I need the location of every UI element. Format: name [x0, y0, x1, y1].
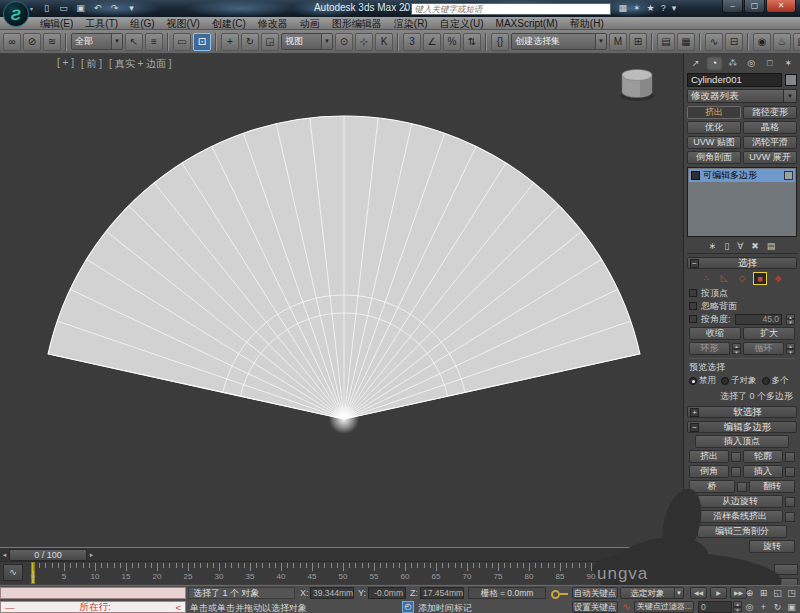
- zoom-extents-icon[interactable]: ◱: [771, 587, 784, 600]
- go-to-start-button[interactable]: ◀◀: [690, 587, 707, 599]
- maxscript-listener-line[interactable]: — 所在行: <: [0, 601, 186, 613]
- ring-spinner[interactable]: ▲▼: [732, 343, 741, 354]
- chevron-down-icon[interactable]: ▼: [111, 34, 122, 49]
- loop-button[interactable]: 循环: [743, 342, 784, 355]
- material-editor-icon[interactable]: ◉: [753, 33, 771, 51]
- time-slider-track[interactable]: ◂ 0 / 100 ▸: [0, 548, 683, 562]
- preview-multiple-radio[interactable]: 多个: [762, 375, 789, 387]
- create-tab[interactable]: ↗: [687, 56, 705, 71]
- object-name-field[interactable]: Cylinder001: [687, 73, 782, 87]
- curve-editor-icon[interactable]: ∿: [705, 33, 723, 51]
- collapse-icon[interactable]: −: [690, 423, 699, 432]
- time-slider-forward-icon[interactable]: ▸: [87, 551, 96, 559]
- select-and-manipulate-icon[interactable]: ⊹: [355, 33, 373, 51]
- 3dsmax-logo[interactable]: Ƨ: [3, 1, 29, 27]
- select-by-name-icon[interactable]: ≡: [145, 33, 163, 51]
- spinner-snap-icon[interactable]: ⇅: [463, 33, 481, 51]
- polygon-subobject-icon[interactable]: ■: [753, 272, 767, 285]
- by-vertex-checkbox[interactable]: [689, 289, 697, 297]
- modifier-path-deform-button[interactable]: 路径变形: [743, 106, 797, 119]
- by-angle-spinner[interactable]: ▲▼: [786, 314, 795, 325]
- y-coord-field[interactable]: -0.0mm: [368, 587, 406, 599]
- select-and-scale-icon[interactable]: ◲: [261, 33, 279, 51]
- modifier-list-dropdown[interactable]: 修改器列表 ▼: [687, 89, 797, 103]
- save-file-icon[interactable]: ▣: [74, 1, 87, 15]
- element-subobject-icon[interactable]: ◆: [771, 272, 785, 285]
- key-filters-button[interactable]: 关键点过滤器...: [634, 601, 694, 613]
- edit-named-selections-icon[interactable]: {}: [491, 33, 509, 51]
- application-menu-arrow-icon[interactable]: ▾: [30, 5, 33, 12]
- communication-center-icon[interactable]: ✶: [633, 2, 641, 15]
- mini-curve-editor-icon[interactable]: ∿: [3, 564, 23, 581]
- frame-spinner[interactable]: ▲▼: [733, 601, 742, 612]
- rectangular-selection-icon[interactable]: ▭: [173, 33, 191, 51]
- soft-selection-rollout-header[interactable]: + 软选择: [687, 406, 797, 418]
- select-and-move-icon[interactable]: +: [221, 33, 239, 51]
- viewport-shading-menu[interactable]: 真实 + 边面: [109, 57, 172, 71]
- modifier-uvw-unwrap-button[interactable]: UVW 展开: [743, 151, 797, 164]
- loop-spinner[interactable]: ▲▼: [786, 343, 795, 354]
- expand-icon[interactable]: +: [690, 408, 699, 417]
- x-coord-field[interactable]: 39.344mm: [310, 587, 354, 599]
- modifier-bevel-profile-button[interactable]: 倒角剖面: [687, 151, 741, 164]
- zoom-icon[interactable]: ⊕: [743, 587, 756, 600]
- redo-icon[interactable]: ↷: [108, 1, 121, 15]
- hinge-from-edge-button[interactable]: 从边旋转: [697, 495, 783, 508]
- favorites-icon[interactable]: ★: [647, 2, 655, 15]
- collapse-icon[interactable]: −: [690, 259, 699, 268]
- vertex-subobject-icon[interactable]: ∴: [699, 272, 713, 285]
- modifier-optimize-button[interactable]: 优化: [687, 121, 741, 134]
- fan-object[interactable]: [0, 54, 683, 548]
- modifier-turbosmooth-button[interactable]: 涡轮平滑: [743, 136, 797, 149]
- use-pivot-center-icon[interactable]: ⊙: [335, 33, 353, 51]
- shrink-button[interactable]: 收缩: [689, 327, 741, 340]
- reference-coordinate-dropdown[interactable]: 视图▼: [281, 33, 333, 50]
- menu-views[interactable]: 视图(V): [161, 17, 206, 30]
- inset-settings-icon[interactable]: [785, 467, 795, 477]
- chevron-down-icon[interactable]: ▼: [674, 588, 683, 598]
- configure-modifier-sets-icon[interactable]: ▤: [767, 241, 776, 251]
- undo-icon[interactable]: ↶: [91, 1, 104, 15]
- graphite-ribbon-icon[interactable]: ▦: [677, 33, 695, 51]
- pin-stack-icon[interactable]: ∗: [709, 241, 717, 251]
- time-slider-handle[interactable]: 0 / 100: [9, 549, 87, 561]
- time-slider-back-icon[interactable]: ◂: [0, 551, 9, 559]
- maxscript-listener-pink-row[interactable]: [0, 587, 186, 599]
- z-coord-field[interactable]: 17.454mm: [420, 587, 464, 599]
- set-key-button[interactable]: 设置关键点: [572, 601, 618, 613]
- chevron-down-icon[interactable]: ▼: [783, 90, 796, 102]
- qat-customize-arrow-icon[interactable]: ▾: [125, 1, 138, 15]
- maximize-viewport-icon[interactable]: ▣: [785, 601, 798, 613]
- orbit-icon[interactable]: ↻: [771, 601, 784, 613]
- outline-button[interactable]: 轮廓: [743, 450, 783, 463]
- ring-button[interactable]: 环形: [689, 342, 730, 355]
- pan-icon[interactable]: +: [757, 601, 770, 613]
- show-end-result-icon[interactable]: ▯: [724, 241, 729, 251]
- ignore-backfacing-checkbox[interactable]: [689, 302, 697, 310]
- close-button[interactable]: ✕: [766, 0, 796, 13]
- modifier-stack-list[interactable]: 可编辑多边形: [687, 167, 797, 237]
- select-and-link-icon[interactable]: ∞: [3, 33, 21, 51]
- new-key-tangent-icon[interactable]: ∿: [620, 601, 633, 612]
- modifier-lattice-button[interactable]: 晶格: [743, 121, 797, 134]
- modifier-extrude-button[interactable]: 挤出: [687, 106, 741, 119]
- percent-snap-icon[interactable]: %: [443, 33, 461, 51]
- extrude-button[interactable]: 挤出: [689, 450, 729, 463]
- insert-vertex-button[interactable]: 插入顶点: [695, 435, 789, 448]
- hierarchy-tab[interactable]: ⁂: [724, 56, 742, 71]
- infocenter-search-input[interactable]: [411, 3, 611, 15]
- selected-filter-dropdown[interactable]: 选定对象 ▼: [620, 587, 684, 599]
- border-subobject-icon[interactable]: ◇: [735, 272, 749, 285]
- chevron-down-icon[interactable]: ▼: [595, 34, 606, 49]
- zoom-all-icon[interactable]: ⊞: [757, 587, 770, 600]
- viewport-pov-menu[interactable]: 前: [81, 57, 102, 71]
- schematic-view-icon[interactable]: ⊟: [725, 33, 743, 51]
- stack-item-editable-poly[interactable]: 可编辑多边形: [689, 169, 795, 182]
- utilities-tab[interactable]: ✶: [780, 56, 798, 71]
- extrude-spline-settings-icon[interactable]: [785, 512, 795, 522]
- flip-button[interactable]: 翻转: [749, 480, 795, 493]
- viewport-general-menu[interactable]: +: [57, 57, 74, 71]
- object-color-swatch[interactable]: [785, 74, 797, 86]
- remove-modifier-icon[interactable]: ✖: [751, 241, 759, 251]
- make-unique-icon[interactable]: ∀: [737, 241, 743, 251]
